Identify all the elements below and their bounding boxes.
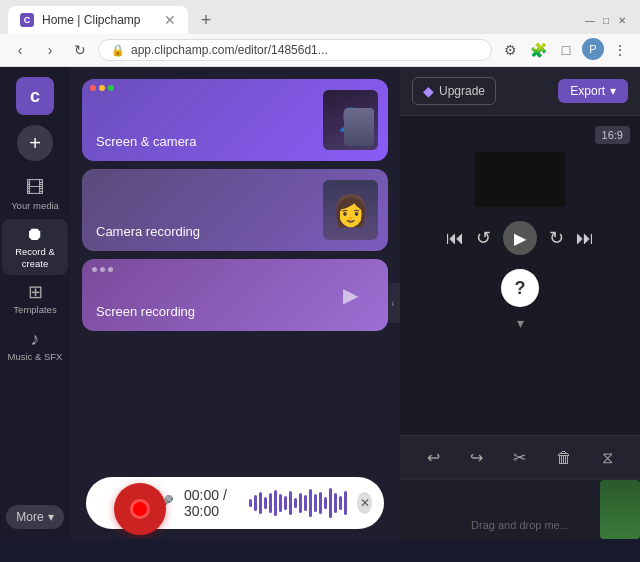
audio-waveform: [249, 488, 347, 518]
sidebar-icon[interactable]: □: [554, 38, 578, 62]
dot-2: [100, 267, 105, 272]
timeline-hint-text: Drag and drop me...: [410, 519, 630, 531]
cut-button[interactable]: ✂: [509, 444, 530, 471]
screen-camera-card[interactable]: Screen & camera 👤: [82, 79, 388, 161]
screen-camera-thumbnail: 👤: [323, 90, 378, 150]
puzzle-icon[interactable]: 🧩: [526, 38, 550, 62]
skip-forward-button[interactable]: ⏭: [576, 228, 594, 249]
menu-icon[interactable]: ⋮: [608, 38, 632, 62]
camera-recording-label: Camera recording: [96, 224, 200, 239]
export-label: Export: [570, 84, 605, 98]
audio-recorder-container: → 🎤 00:00 / 30:00: [86, 477, 384, 529]
timer-display: 00:00 / 30:00: [184, 487, 239, 519]
app-logo: c: [16, 77, 54, 115]
panel-expand-button[interactable]: ▾: [517, 315, 524, 331]
camera-recording-card[interactable]: Camera recording 👩: [82, 169, 388, 251]
tab-favicon: C: [20, 13, 34, 27]
more-chevron-icon: ▾: [48, 510, 54, 524]
upgrade-button[interactable]: ◆ Upgrade: [412, 77, 496, 105]
music-sfx-icon: ♪: [31, 330, 40, 348]
sidebar-item-record-create[interactable]: ⏺ Record & create: [2, 219, 68, 275]
lock-icon: 🔒: [111, 44, 125, 57]
forward-button[interactable]: ↻: [549, 227, 564, 249]
your-media-icon: 🎞: [26, 179, 44, 197]
person-preview: 👩: [323, 180, 378, 240]
rewind-button[interactable]: ↺: [476, 227, 491, 249]
close-button[interactable]: ✕: [616, 14, 628, 26]
minimize-button[interactable]: —: [584, 14, 596, 26]
wave-4: [264, 497, 267, 509]
templates-icon: ⊞: [28, 283, 43, 301]
play-icon: ▶: [514, 229, 526, 248]
play-pause-button[interactable]: ▶: [503, 221, 537, 255]
extensions-icon[interactable]: ⚙: [498, 38, 522, 62]
sidebar: c + 🎞 Your media ⏺ Record & create ⊞ Tem…: [0, 67, 70, 539]
new-tab-button[interactable]: +: [192, 6, 220, 34]
timeline-area: Drag and drop me...: [400, 479, 640, 539]
sidebar-your-media-label: Your media: [11, 200, 59, 211]
more-button[interactable]: More ▾: [6, 505, 63, 529]
screen-recording-card[interactable]: Screen recording ▶: [82, 259, 388, 331]
help-button[interactable]: ?: [501, 269, 539, 307]
timeline-thumbnail[interactable]: [600, 480, 640, 539]
back-button[interactable]: ‹: [8, 38, 32, 62]
wave-20: [344, 491, 347, 515]
wave-15: [319, 492, 322, 514]
wave-10: [294, 498, 297, 508]
recorder-close-button[interactable]: ✕: [357, 492, 372, 514]
split-button[interactable]: ⧖: [598, 445, 617, 471]
sidebar-record-label: Record & create: [15, 246, 55, 269]
wave-13: [309, 489, 312, 517]
wave-17: [329, 488, 332, 518]
profile-icon[interactable]: P: [582, 38, 604, 60]
wave-11: [299, 493, 302, 513]
wave-16: [324, 497, 327, 509]
wave-5: [269, 493, 272, 513]
red-dot: [90, 85, 96, 91]
forward-button[interactable]: ›: [38, 38, 62, 62]
skip-back-button[interactable]: ⏮: [446, 228, 464, 249]
more-label: More: [16, 510, 43, 524]
dot-1: [92, 267, 97, 272]
aspect-ratio-badge: 16:9: [595, 126, 630, 144]
wave-6: [274, 490, 277, 516]
sidebar-music-label: Music & SFX: [8, 351, 63, 362]
url-text: app.clipchamp.com/editor/14856d1...: [131, 43, 479, 57]
wave-2: [254, 495, 257, 511]
export-chevron-icon: ▾: [610, 84, 616, 98]
export-button[interactable]: Export ▾: [558, 79, 628, 103]
sidebar-item-your-media[interactable]: 🎞 Your media: [2, 173, 68, 217]
delete-button[interactable]: 🗑: [552, 445, 576, 471]
wave-18: [334, 493, 337, 513]
navigation-bar: ‹ › ↻ 🔒 app.clipchamp.com/editor/14856d1…: [0, 34, 640, 67]
recording-panel: ‹ Screen & camera 👤 Camera re: [70, 67, 400, 539]
refresh-button[interactable]: ↻: [68, 38, 92, 62]
sidebar-templates-label: Templates: [13, 304, 56, 315]
record-create-icon: ⏺: [26, 225, 44, 243]
address-bar[interactable]: 🔒 app.clipchamp.com/editor/14856d1...: [98, 39, 492, 61]
macos-dots: [90, 85, 114, 91]
maximize-button[interactable]: □: [600, 14, 612, 26]
yellow-dot: [99, 85, 105, 91]
add-media-button[interactable]: +: [17, 125, 53, 161]
question-mark-icon: ?: [515, 278, 526, 299]
record-button[interactable]: [114, 483, 166, 535]
active-tab[interactable]: C Home | Clipchamp ✕: [8, 6, 188, 34]
wave-8: [284, 496, 287, 510]
panel-expand-handle[interactable]: ‹: [386, 283, 400, 323]
sidebar-item-music-sfx[interactable]: ♪ Music & SFX: [2, 324, 68, 368]
video-preview-black: [475, 152, 565, 207]
wave-12: [304, 495, 307, 511]
tab-title: Home | Clipchamp: [42, 13, 140, 27]
right-panel: ◆ Upgrade Export ▾ 16:9 ⏮ ↺ ▶ ↻ ⏭: [400, 67, 640, 539]
undo-button[interactable]: ↩: [423, 444, 444, 471]
editor-top-bar: ◆ Upgrade Export ▾: [400, 67, 640, 116]
sidebar-item-templates[interactable]: ⊞ Templates: [2, 277, 68, 321]
wave-19: [339, 496, 342, 510]
wave-9: [289, 491, 292, 515]
window-controls: — □ ✕: [584, 14, 632, 26]
screen-camera-label: Screen & camera: [96, 134, 196, 149]
green-dot: [108, 85, 114, 91]
redo-button[interactable]: ↪: [466, 444, 487, 471]
tab-close-btn[interactable]: ✕: [164, 12, 176, 28]
